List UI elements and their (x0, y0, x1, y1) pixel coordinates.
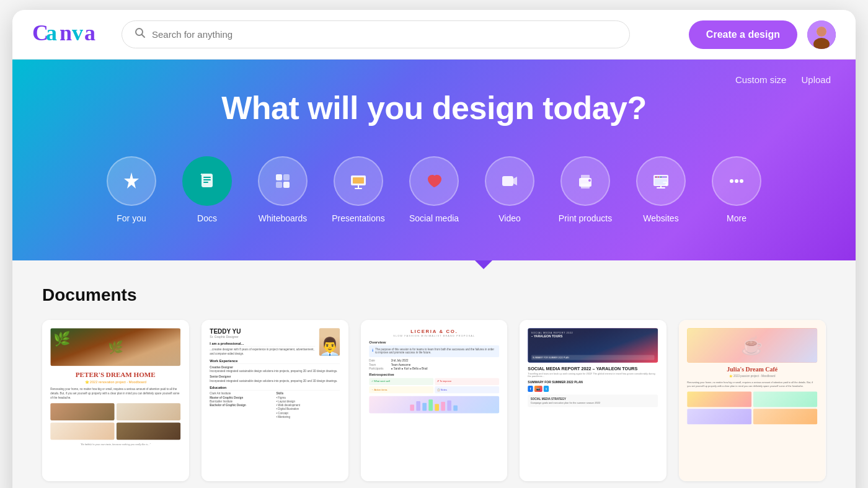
doc3-overview-box: ℹ The purpose of this session is for tea… (369, 345, 499, 357)
doc1-grid-img-4 (117, 422, 180, 440)
doc1-subtitle: ⭐ 2022 renovation project - Moodboard (50, 380, 180, 384)
doc2-intro-label: I am a professional... (210, 342, 315, 347)
svg-point-30 (655, 177, 657, 178)
canva-logo[interactable]: C a n v a (32, 19, 107, 50)
doc-card-2[interactable]: TEDDY YU Sr. Graphic Designer I am a pro… (202, 320, 348, 481)
svg-text:v: v (72, 20, 83, 44)
hero-title: What will you design today? (50, 89, 818, 126)
design-categories: For you Docs (50, 156, 818, 223)
doc1-title: PETER'S DREAM HOME (50, 371, 180, 379)
category-more-label: More (727, 213, 746, 223)
doc4-subtitle: Travelling and tours are back up and run… (528, 373, 658, 378)
doc3-notes: 📋 Notes (435, 386, 499, 393)
category-whiteboards[interactable]: Whiteboards (255, 156, 311, 223)
doc1-body: Renovating your home, no matter how big … (50, 388, 180, 400)
doc3-tagline: SLOW FASHION MINIMALIST BRAND PROPOSAL (369, 334, 499, 337)
custom-size-link[interactable]: Custom size (735, 74, 787, 85)
doc4-title: SOCIAL MEDIA REPORT 2022 – YARALEON TOUR… (528, 366, 658, 371)
doc2-experience-label: Work Experience (210, 359, 340, 364)
category-video-label: Video (498, 213, 521, 223)
doc3-overview-label: Overview (369, 340, 499, 345)
category-docs-label: Docs (197, 213, 217, 223)
svg-line-6 (142, 35, 145, 38)
avatar[interactable] (807, 20, 836, 49)
doc3-went-well: ✓ What went well (369, 378, 433, 385)
category-docs[interactable]: Docs (179, 156, 235, 223)
main-content: Documents 🌿 PETER'S DREAM HOME ⭐ 2022 re… (12, 260, 856, 488)
doc3-retro-grid: ✓ What went well ✗ To improve → Action i… (369, 378, 499, 393)
doc-inner-5: ☕ Julia's Dream Café ⭐ 2023 passion proj… (679, 320, 826, 481)
doc3-date-key: Date (369, 359, 389, 362)
create-design-button[interactable]: Create a design (689, 20, 797, 49)
svg-rect-15 (276, 174, 282, 180)
doc5-grid-2 (753, 391, 818, 407)
category-websites-label: Websites (643, 213, 678, 223)
doc2-exp-2: Senior DesignerIncorporated integrated s… (210, 375, 340, 383)
doc4-media-label: SOCIAL MEDIA STRATEGY (531, 397, 655, 401)
doc-inner-4: SOCIAL MEDIA REPORT 2022 – YARALEON TOUR… (520, 320, 666, 481)
search-icon (135, 27, 146, 42)
svg-rect-41 (422, 403, 427, 411)
category-print-products[interactable]: Print products (557, 156, 613, 223)
svg-text:a: a (84, 20, 95, 44)
doc3-date-row: Date 2nd July 2022 (369, 359, 499, 362)
svg-point-31 (658, 177, 659, 178)
doc3-actions: → Action items (369, 386, 433, 393)
category-more[interactable]: More (709, 156, 764, 223)
doc4-media-section: SOCIAL MEDIA STRATEGY Campaign goals and… (528, 394, 658, 407)
category-social-media-circle (409, 156, 459, 206)
doc2-header: TEDDY YU Sr. Graphic Designer I am a pro… (210, 328, 340, 355)
svg-rect-20 (353, 177, 364, 184)
upload-link[interactable]: Upload (801, 74, 831, 85)
doc5-grid-1 (688, 391, 752, 407)
doc5-title: Julia's Dream Café (688, 366, 818, 373)
category-websites[interactable]: Websites (633, 156, 689, 223)
category-presentations-circle (334, 156, 383, 206)
doc2-exp-1: Creative DesignerIncorporated integrated… (210, 365, 340, 373)
svg-point-27 (588, 179, 591, 182)
doc1-hero-image: 🌿 (50, 328, 180, 366)
doc4-hero: SOCIAL MEDIA REPORT 2022 – YARALEON TOUR… (528, 328, 658, 363)
category-print-products-label: Print products (559, 213, 612, 223)
svg-rect-12 (203, 177, 211, 178)
doc-card-4[interactable]: SOCIAL MEDIA REPORT 2022 – YARALEON TOUR… (520, 320, 666, 481)
hero-banner: Custom size Upload What will you design … (12, 60, 856, 260)
svg-rect-26 (581, 184, 590, 189)
doc5-grid-4 (753, 409, 818, 424)
category-print-products-circle (560, 156, 610, 206)
category-for-you[interactable]: For you (104, 156, 159, 223)
search-bar[interactable] (122, 20, 630, 48)
doc-card-3[interactable]: LICERIA & CO. SLOW FASHION MINIMALIST BR… (361, 320, 508, 481)
search-input[interactable] (152, 29, 617, 40)
svg-rect-44 (441, 402, 445, 410)
category-social-media[interactable]: Social media (406, 156, 462, 223)
category-video-circle (485, 156, 534, 206)
documents-section-title: Documents (42, 285, 826, 305)
doc-preview-3: LICERIA & CO. SLOW FASHION MINIMALIST BR… (361, 320, 508, 481)
doc4-twitter: t (544, 386, 549, 392)
doc-card-1[interactable]: 🌿 PETER'S DREAM HOME ⭐ 2022 renovation p… (42, 320, 189, 481)
doc2-skills-right: Skills• Figma• Layout design• Web develo… (276, 392, 340, 419)
svg-rect-13 (203, 179, 211, 180)
doc2-edu-left: Clark Art InstituteMaster of Graphic Des… (210, 392, 273, 419)
category-video[interactable]: Video (482, 156, 538, 223)
doc3-chart (369, 396, 499, 414)
svg-point-38 (740, 179, 743, 183)
svg-rect-40 (416, 401, 420, 411)
category-for-you-circle (107, 156, 156, 206)
svg-rect-39 (410, 405, 414, 411)
doc2-name: TEDDY YU (210, 328, 315, 335)
doc5-body: Renovating your home, no matter how big … (688, 381, 818, 388)
doc3-participants-key: Participants (369, 368, 389, 371)
svg-rect-43 (435, 404, 439, 410)
doc-card-5[interactable]: ☕ Julia's Dream Café ⭐ 2023 passion proj… (679, 320, 826, 481)
doc1-quote: "Be faithful to your own taste, because … (50, 443, 180, 446)
svg-rect-23 (502, 176, 513, 186)
doc3-participants-row: Participants ● Sarah ● Kurt ● Bella ● Br… (369, 368, 499, 371)
category-more-circle (712, 156, 761, 206)
category-presentations[interactable]: Presentations (330, 156, 386, 223)
svg-rect-45 (447, 401, 451, 411)
app-frame: C a n v a Create a design (12, 10, 856, 488)
svg-point-37 (735, 179, 738, 183)
svg-text:n: n (60, 20, 72, 44)
